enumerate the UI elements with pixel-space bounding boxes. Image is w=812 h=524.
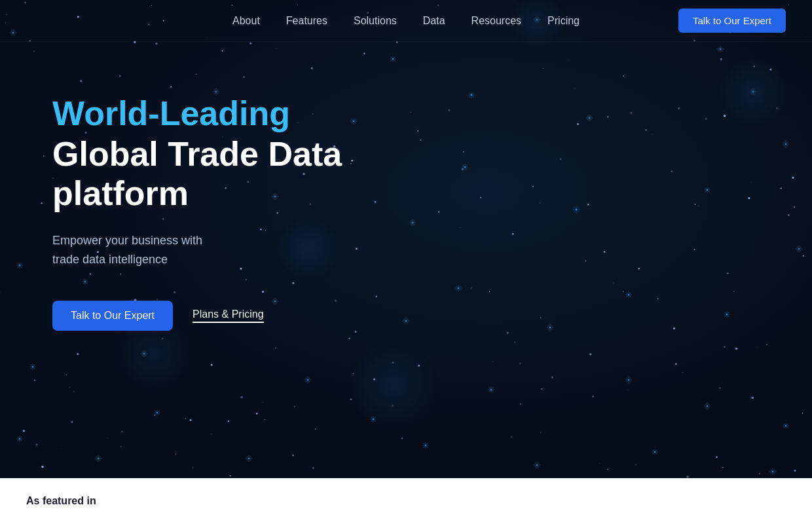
- hero-pricing-link[interactable]: Plans & Pricing: [193, 309, 264, 323]
- nav-link-data[interactable]: Data: [423, 15, 445, 26]
- hero-actions: Talk to Our Expert Plans & Pricing: [52, 301, 393, 331]
- hero-subtitle: Empower your business with trade data in…: [52, 231, 393, 269]
- nav-item-solutions[interactable]: Solutions: [354, 15, 397, 27]
- nav-link-pricing[interactable]: Pricing: [547, 15, 580, 26]
- hero-subtitle-line2: trade data intelligence: [52, 253, 168, 266]
- hero-title-highlight: World-Leading: [52, 94, 393, 134]
- featured-section: As featured in: [0, 478, 812, 524]
- nav-item-about[interactable]: About: [232, 15, 260, 27]
- nav-links: About Features Solutions Data Resources …: [232, 15, 580, 27]
- hero-subtitle-line1: Empower your business with: [52, 234, 202, 247]
- nav-item-resources[interactable]: Resources: [471, 15, 521, 27]
- hero-section: About Features Solutions Data Resources …: [0, 0, 812, 478]
- featured-label: As featured in: [26, 495, 96, 507]
- nav-link-resources[interactable]: Resources: [471, 15, 521, 26]
- hero-title-main: Global Trade Data platform: [52, 135, 393, 214]
- navbar: About Features Solutions Data Resources …: [0, 0, 812, 42]
- nav-item-features[interactable]: Features: [286, 15, 327, 27]
- nav-link-about[interactable]: About: [232, 15, 260, 26]
- hero-content: World-Leading Global Trade Data platform…: [0, 42, 393, 331]
- nav-link-features[interactable]: Features: [286, 15, 327, 26]
- nav-item-pricing[interactable]: Pricing: [547, 15, 580, 27]
- nav-cta-button[interactable]: Talk to Our Expert: [678, 9, 786, 33]
- hero-cta-button[interactable]: Talk to Our Expert: [52, 301, 173, 331]
- nav-item-data[interactable]: Data: [423, 15, 445, 27]
- nav-link-solutions[interactable]: Solutions: [354, 15, 397, 26]
